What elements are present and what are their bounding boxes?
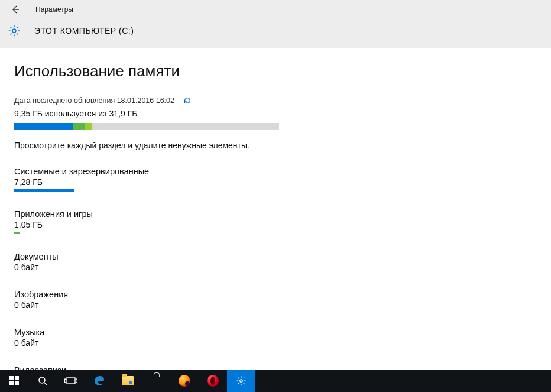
usage-summary: 9,35 ГБ используется из 31,9 ГБ — [14, 109, 537, 118]
svg-line-11 — [44, 383, 47, 385]
category-title: Системные и зарезервированные — [14, 167, 537, 176]
taskbar-file-explorer-button[interactable] — [114, 370, 142, 392]
svg-rect-14 — [76, 379, 77, 383]
svg-line-23 — [244, 378, 245, 379]
usage-segment-apps — [73, 123, 85, 130]
taskbar-settings-button[interactable] — [227, 370, 255, 392]
category-value: 0 байт — [14, 263, 537, 272]
settings-header: Параметры ЭТОТ КОМПЬЮТЕР (C:) — [0, 0, 551, 48]
category-documents[interactable]: Документы 0 байт — [14, 252, 537, 272]
taskbar-start-button[interactable] — [0, 370, 28, 392]
header-drive-row: ЭТОТ КОМПЬЮТЕР (C:) — [0, 24, 551, 38]
category-value: 1,05 ГБ — [14, 220, 537, 229]
taskbar-opera-button[interactable] — [199, 370, 227, 392]
category-apps[interactable]: Приложения и игры 1,05 ГБ — [14, 209, 537, 234]
category-title: Приложения и игры — [14, 209, 537, 219]
gear-icon — [7, 24, 21, 38]
svg-point-1 — [12, 29, 16, 33]
usage-segment-system — [14, 123, 73, 130]
refresh-button[interactable] — [183, 96, 192, 105]
category-title: Изображения — [14, 290, 537, 299]
taskbar-store-button[interactable] — [142, 370, 170, 392]
svg-line-6 — [10, 27, 11, 28]
taskbar-edge-button[interactable] — [85, 370, 114, 392]
firefox-icon — [179, 375, 190, 387]
category-system[interactable]: Системные и зарезервированные 7,28 ГБ — [14, 167, 537, 192]
store-icon — [151, 376, 161, 385]
svg-rect-12 — [67, 378, 75, 384]
help-text: Просмотрите каждый раздел и удалите нену… — [14, 141, 537, 150]
header-top-row: Параметры — [0, 0, 551, 19]
category-title: Музыка — [14, 328, 537, 337]
task-view-icon — [64, 376, 77, 385]
opera-icon — [207, 375, 219, 387]
svg-line-21 — [244, 383, 245, 384]
svg-line-8 — [10, 34, 11, 35]
gear-icon — [236, 375, 247, 386]
back-arrow-icon — [11, 5, 20, 14]
windows-logo-icon — [9, 376, 19, 385]
category-value: 0 байт — [14, 300, 537, 310]
category-value: 0 байт — [14, 338, 537, 348]
edge-icon — [93, 375, 105, 387]
category-value: 7,28 ГБ — [14, 177, 537, 187]
folder-icon — [122, 376, 134, 385]
taskbar-task-view-button[interactable] — [57, 370, 85, 392]
svg-line-22 — [238, 383, 239, 384]
svg-line-9 — [17, 27, 18, 28]
svg-rect-13 — [65, 379, 66, 383]
taskbar-search-button[interactable] — [28, 370, 57, 392]
category-title: Документы — [14, 252, 537, 261]
last-update-row: Дата последнего обновления 18.01.2016 16… — [14, 96, 537, 105]
taskbar-firefox-button[interactable] — [170, 370, 199, 392]
drive-title: ЭТОТ КОМПЬЮТЕР (C:) — [34, 26, 134, 35]
svg-point-15 — [240, 380, 243, 383]
settings-title: Параметры — [35, 5, 73, 14]
svg-line-7 — [17, 34, 18, 35]
total-usage-bar — [14, 123, 279, 130]
page-title: Использование памяти — [14, 62, 537, 80]
storage-content: Использование памяти Дата последнего обн… — [0, 48, 551, 375]
svg-point-10 — [39, 377, 45, 383]
taskbar — [0, 370, 551, 392]
last-update-value: 18.01.2016 16:02 — [117, 96, 174, 105]
svg-line-20 — [238, 378, 239, 379]
refresh-icon — [183, 96, 192, 105]
category-music[interactable]: Музыка 0 байт — [14, 328, 537, 348]
category-images[interactable]: Изображения 0 байт — [14, 290, 537, 310]
category-bar-fill — [14, 189, 74, 192]
category-bar — [14, 189, 279, 192]
category-bar — [14, 232, 279, 234]
category-bar-fill — [14, 232, 20, 234]
usage-segment-other — [85, 123, 92, 130]
last-update-label: Дата последнего обновления — [14, 96, 115, 105]
search-icon — [37, 375, 48, 386]
back-button[interactable] — [9, 4, 21, 15]
